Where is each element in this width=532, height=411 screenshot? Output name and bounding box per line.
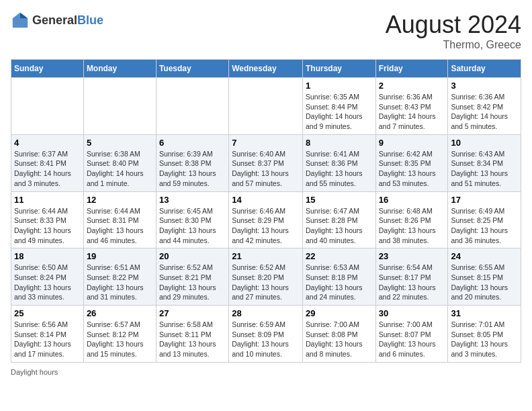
daylight-label: Daylight hours [11,368,58,376]
day-info: Sunrise: 6:38 AM Sunset: 8:40 PM Dayligh… [87,149,153,189]
page-header: GeneralBlue August 2024 Thermo, Greece [11,11,521,51]
calendar-cell: 15Sunrise: 6:47 AM Sunset: 8:28 PM Dayli… [302,191,375,248]
day-number: 31 [451,308,518,318]
day-number: 8 [306,138,373,148]
calendar-cell: 25Sunrise: 6:56 AM Sunset: 8:14 PM Dayli… [11,306,84,363]
logo-general: General [32,13,77,27]
calendar-cell: 31Sunrise: 7:01 AM Sunset: 8:05 PM Dayli… [448,306,521,363]
day-number: 17 [451,195,518,205]
day-info: Sunrise: 6:55 AM Sunset: 8:15 PM Dayligh… [451,263,518,302]
calendar-week-5: 25Sunrise: 6:56 AM Sunset: 8:14 PM Dayli… [11,306,521,363]
day-number: 11 [14,195,81,205]
calendar-cell: 5Sunrise: 6:38 AM Sunset: 8:40 PM Daylig… [83,134,156,191]
calendar-cell: 20Sunrise: 6:52 AM Sunset: 8:21 PM Dayli… [156,248,228,306]
calendar-cell [229,78,303,135]
calendar-cell: 6Sunrise: 6:39 AM Sunset: 8:38 PM Daylig… [156,134,228,191]
calendar-week-1: 1Sunrise: 6:35 AM Sunset: 8:44 PM Daylig… [11,78,521,135]
title-block: August 2024 Thermo, Greece [386,11,521,51]
calendar-body: 1Sunrise: 6:35 AM Sunset: 8:44 PM Daylig… [11,78,521,363]
calendar-cell: 3Sunrise: 6:36 AM Sunset: 8:42 PM Daylig… [448,78,521,135]
day-number: 24 [451,251,518,261]
calendar-cell: 14Sunrise: 6:46 AM Sunset: 8:29 PM Dayli… [229,191,303,248]
day-number: 30 [379,308,445,318]
calendar-week-3: 11Sunrise: 6:44 AM Sunset: 8:33 PM Dayli… [11,191,521,248]
calendar-cell: 29Sunrise: 7:00 AM Sunset: 8:08 PM Dayli… [302,306,375,363]
day-header-friday: Friday [375,60,448,78]
day-number: 22 [306,251,373,261]
day-number: 18 [14,251,81,261]
calendar-cell: 12Sunrise: 6:44 AM Sunset: 8:31 PM Dayli… [83,191,156,248]
day-info: Sunrise: 6:49 AM Sunset: 8:25 PM Dayligh… [451,206,518,246]
day-number: 3 [451,81,518,91]
calendar-cell [83,78,156,135]
day-headers-row: SundayMondayTuesdayWednesdayThursdayFrid… [11,60,521,78]
day-number: 16 [379,195,445,205]
day-header-monday: Monday [83,60,156,78]
day-info: Sunrise: 7:01 AM Sunset: 8:05 PM Dayligh… [451,320,518,359]
day-info: Sunrise: 6:54 AM Sunset: 8:17 PM Dayligh… [379,263,445,302]
day-number: 10 [451,138,518,148]
calendar-cell: 10Sunrise: 6:43 AM Sunset: 8:34 PM Dayli… [448,134,521,191]
day-number: 19 [87,251,153,261]
day-info: Sunrise: 6:37 AM Sunset: 8:41 PM Dayligh… [14,149,81,189]
day-info: Sunrise: 6:45 AM Sunset: 8:30 PM Dayligh… [159,206,226,246]
calendar-cell: 19Sunrise: 6:51 AM Sunset: 8:22 PM Dayli… [83,248,156,306]
day-info: Sunrise: 6:41 AM Sunset: 8:36 PM Dayligh… [306,149,373,189]
day-info: Sunrise: 6:57 AM Sunset: 8:12 PM Dayligh… [87,320,153,359]
day-number: 1 [306,81,373,91]
day-info: Sunrise: 6:42 AM Sunset: 8:35 PM Dayligh… [379,149,445,189]
day-header-tuesday: Tuesday [156,60,228,78]
calendar-week-4: 18Sunrise: 6:50 AM Sunset: 8:24 PM Dayli… [11,248,521,306]
day-info: Sunrise: 6:39 AM Sunset: 8:38 PM Dayligh… [159,149,226,189]
calendar-cell: 2Sunrise: 6:36 AM Sunset: 8:43 PM Daylig… [375,78,448,135]
day-info: Sunrise: 6:53 AM Sunset: 8:18 PM Dayligh… [306,263,373,302]
calendar-cell: 28Sunrise: 6:59 AM Sunset: 8:09 PM Dayli… [229,306,303,363]
day-info: Sunrise: 6:52 AM Sunset: 8:21 PM Dayligh… [159,263,226,302]
day-number: 6 [159,138,226,148]
day-number: 12 [87,195,153,205]
calendar-cell: 30Sunrise: 7:00 AM Sunset: 8:07 PM Dayli… [375,306,448,363]
calendar-cell: 8Sunrise: 6:41 AM Sunset: 8:36 PM Daylig… [302,134,375,191]
logo-icon [11,11,30,30]
day-number: 14 [232,195,300,205]
footer: Daylight hours [11,368,521,376]
calendar-cell: 21Sunrise: 6:52 AM Sunset: 8:20 PM Dayli… [229,248,303,306]
day-info: Sunrise: 6:36 AM Sunset: 8:42 PM Dayligh… [451,92,518,132]
calendar-table: SundayMondayTuesdayWednesdayThursdayFrid… [11,59,521,363]
calendar-cell [11,78,84,135]
calendar-cell: 23Sunrise: 6:54 AM Sunset: 8:17 PM Dayli… [375,248,448,306]
calendar-cell: 27Sunrise: 6:58 AM Sunset: 8:11 PM Dayli… [156,306,228,363]
day-info: Sunrise: 6:48 AM Sunset: 8:26 PM Dayligh… [379,206,445,246]
day-number: 25 [14,308,81,318]
calendar-cell: 18Sunrise: 6:50 AM Sunset: 8:24 PM Dayli… [11,248,84,306]
day-info: Sunrise: 6:47 AM Sunset: 8:28 PM Dayligh… [306,206,373,246]
calendar-cell: 4Sunrise: 6:37 AM Sunset: 8:41 PM Daylig… [11,134,84,191]
day-info: Sunrise: 6:44 AM Sunset: 8:31 PM Dayligh… [87,206,153,246]
day-number: 4 [14,138,81,148]
calendar-cell: 1Sunrise: 6:35 AM Sunset: 8:44 PM Daylig… [302,78,375,135]
calendar-cell: 16Sunrise: 6:48 AM Sunset: 8:26 PM Dayli… [375,191,448,248]
calendar-cell: 24Sunrise: 6:55 AM Sunset: 8:15 PM Dayli… [448,248,521,306]
calendar-header: SundayMondayTuesdayWednesdayThursdayFrid… [11,60,521,78]
day-number: 27 [159,308,226,318]
day-info: Sunrise: 6:36 AM Sunset: 8:43 PM Dayligh… [379,92,445,132]
day-info: Sunrise: 6:46 AM Sunset: 8:29 PM Dayligh… [232,206,300,246]
calendar-cell: 7Sunrise: 6:40 AM Sunset: 8:37 PM Daylig… [229,134,303,191]
day-number: 28 [232,308,300,318]
day-number: 26 [87,308,153,318]
day-number: 9 [379,138,445,148]
day-header-wednesday: Wednesday [229,60,303,78]
day-info: Sunrise: 6:52 AM Sunset: 8:20 PM Dayligh… [232,263,300,302]
day-number: 29 [306,308,373,318]
day-info: Sunrise: 6:43 AM Sunset: 8:34 PM Dayligh… [451,149,518,189]
location: Thermo, Greece [386,39,521,51]
calendar-cell: 11Sunrise: 6:44 AM Sunset: 8:33 PM Dayli… [11,191,84,248]
calendar-cell: 26Sunrise: 6:57 AM Sunset: 8:12 PM Dayli… [83,306,156,363]
day-header-thursday: Thursday [302,60,375,78]
day-info: Sunrise: 6:40 AM Sunset: 8:37 PM Dayligh… [232,149,300,189]
day-info: Sunrise: 6:56 AM Sunset: 8:14 PM Dayligh… [14,320,81,359]
day-number: 5 [87,138,153,148]
day-number: 20 [159,251,226,261]
month-year: August 2024 [386,11,521,39]
calendar-week-2: 4Sunrise: 6:37 AM Sunset: 8:41 PM Daylig… [11,134,521,191]
